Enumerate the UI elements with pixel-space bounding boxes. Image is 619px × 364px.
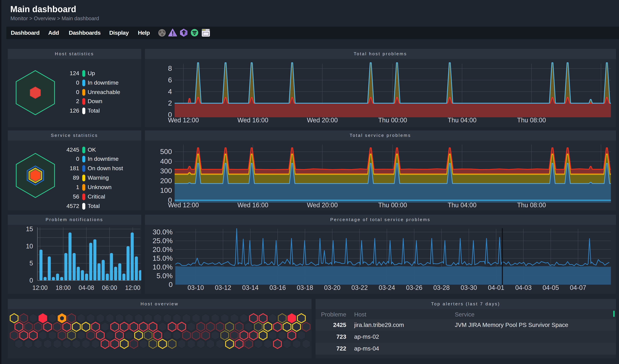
svg-text:04-03: 04-03 (515, 284, 532, 291)
svg-text:03-12: 03-12 (215, 284, 231, 291)
svg-text:15: 15 (26, 225, 33, 232)
svg-text:10.0%: 10.0% (153, 263, 173, 271)
svg-text:18:00: 18:00 (56, 284, 71, 291)
svg-text:03-16: 03-16 (269, 284, 286, 291)
svg-text:Thu 00:00: Thu 00:00 (378, 117, 407, 124)
svg-text:03-30: 03-30 (461, 284, 477, 291)
svg-text:10: 10 (26, 242, 33, 250)
svg-text:Wed 12:00: Wed 12:00 (168, 117, 199, 124)
svg-text:12:00: 12:00 (125, 284, 140, 291)
svg-text:5.0%: 5.0% (156, 272, 173, 280)
svg-text:04-08: 04-08 (78, 284, 94, 291)
svg-text:03-22: 03-22 (351, 284, 368, 291)
svg-text:Wed 20:00: Wed 20:00 (307, 117, 338, 124)
svg-text:03-28: 03-28 (433, 284, 450, 291)
svg-text:200: 200 (160, 177, 172, 185)
svg-text:15.0%: 15.0% (153, 254, 173, 262)
svg-text:Wed 16:00: Wed 16:00 (237, 202, 268, 209)
svg-text:2: 2 (168, 99, 172, 107)
svg-text:400: 400 (160, 157, 172, 165)
svg-text:Thu 08:00: Thu 08:00 (517, 117, 546, 124)
svg-text:03-10: 03-10 (187, 284, 204, 291)
svg-text:0: 0 (29, 277, 33, 284)
svg-text:12:00: 12:00 (32, 284, 47, 291)
svg-text:100: 100 (160, 186, 172, 194)
svg-text:04-01: 04-01 (488, 284, 504, 291)
svg-text:03-24: 03-24 (379, 284, 395, 291)
svg-text:500: 500 (160, 148, 172, 155)
svg-text:8: 8 (168, 64, 172, 72)
svg-text:4: 4 (168, 88, 172, 96)
svg-text:300: 300 (160, 167, 172, 175)
svg-text:Thu 04:00: Thu 04:00 (448, 117, 476, 124)
svg-text:03-18: 03-18 (297, 284, 313, 291)
svg-text:03-20: 03-20 (324, 284, 340, 291)
svg-text:20.0%: 20.0% (153, 245, 173, 253)
svg-text:5: 5 (29, 260, 33, 266)
svg-text:04-07: 04-07 (570, 284, 586, 291)
svg-text:25.0%: 25.0% (153, 237, 173, 245)
svg-text:03-14: 03-14 (242, 284, 258, 291)
svg-text:06:00: 06:00 (102, 284, 117, 291)
svg-text:Wed 20:00: Wed 20:00 (307, 202, 338, 209)
svg-text:Thu 04:00: Thu 04:00 (448, 202, 476, 209)
svg-text:Wed 16:00: Wed 16:00 (237, 117, 268, 124)
svg-text:04-05: 04-05 (542, 284, 559, 291)
svg-text:0: 0 (169, 280, 173, 288)
svg-text:03-26: 03-26 (406, 284, 422, 291)
svg-text:Thu 00:00: Thu 00:00 (378, 202, 407, 209)
svg-text:Wed 12:00: Wed 12:00 (168, 202, 199, 209)
svg-text:6: 6 (168, 76, 172, 84)
svg-text:Thu 08:00: Thu 08:00 (517, 202, 546, 209)
svg-text:30.0%: 30.0% (153, 228, 173, 236)
